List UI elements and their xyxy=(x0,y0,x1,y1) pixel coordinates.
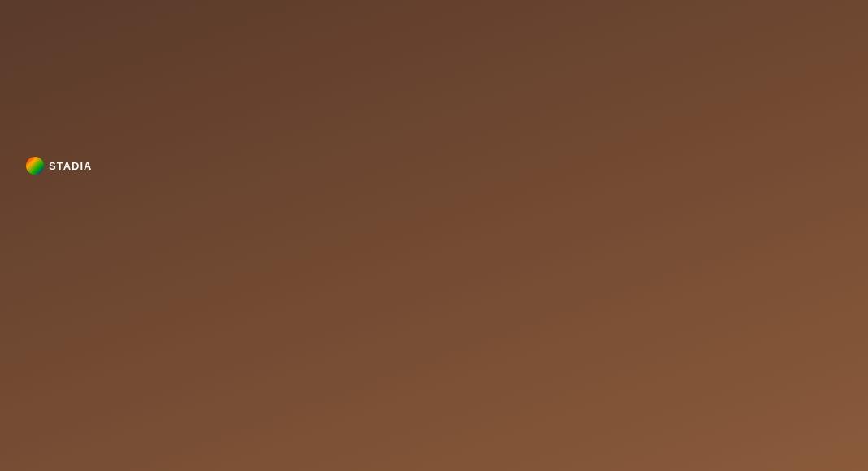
bottom-row: Popular Games WATCH DOGS LEGION xyxy=(16,305,852,458)
main-container: Sponsored xyxy=(0,0,868,471)
stadia-logo-icon xyxy=(26,157,44,175)
stadia-brand-text: STADIA xyxy=(49,160,92,172)
game-partial-last[interactable] xyxy=(711,322,752,436)
stadia-brand: STADIA xyxy=(26,157,92,175)
popular-games-row: WATCH DOGS LEGION RIDERS REPUBLIC xyxy=(16,322,852,436)
